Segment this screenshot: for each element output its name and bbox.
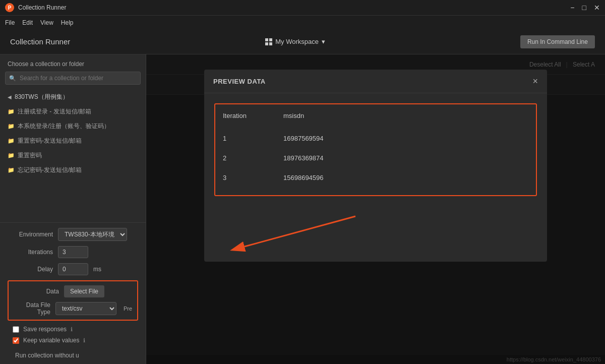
- arrow-svg: [214, 211, 366, 252]
- workspace-label: My Workspace: [275, 38, 319, 45]
- col-iteration: Iteration: [223, 112, 283, 129]
- preview-table: Iteration msisdn 1 16987569594: [223, 112, 528, 188]
- iterations-label: Iterations: [8, 249, 53, 256]
- folder-icon-4: 📁: [8, 152, 15, 159]
- row1-iteration: 1: [223, 129, 283, 148]
- preview-table-wrapper: Iteration msisdn 1 16987569594: [214, 103, 537, 196]
- modal-title: PREVIEW DATA: [213, 78, 266, 85]
- settings-area: Environment TWS830-本地环境 Iterations Delay…: [0, 222, 146, 364]
- search-box: 🔍: [5, 72, 141, 85]
- collection-folder-label-2: 本系统登录/注册（账号、验证码）: [18, 122, 110, 131]
- menu-bar: File Edit View Help: [0, 15, 605, 29]
- delay-label: Delay: [8, 266, 53, 273]
- modal-body: Iteration msisdn 1 16987569594: [204, 93, 547, 262]
- menu-help[interactable]: Help: [61, 19, 74, 26]
- close-button[interactable]: ✕: [594, 4, 600, 12]
- collection-folder-label-3: 重置密码-发送短信/邮箱: [18, 137, 82, 145]
- collection-folder-label-5: 忘记密码-发送短信/邮箱: [18, 166, 82, 174]
- save-responses-row: Save responses ℹ: [8, 326, 138, 333]
- folder-icon-2: 📁: [8, 123, 15, 130]
- environment-label: Environment: [8, 231, 53, 238]
- menu-view[interactable]: View: [40, 19, 53, 26]
- preview-data-modal: PREVIEW DATA × Iteration msisdn: [204, 70, 547, 262]
- iterations-input[interactable]: [58, 246, 88, 258]
- collection-folder-1[interactable]: 📁 注册或登录 - 发送短信/邮箱: [0, 104, 146, 119]
- folder-icon-5: 📁: [8, 167, 15, 173]
- iterations-row: Iterations: [8, 246, 138, 258]
- row2-iteration: 2: [223, 148, 283, 168]
- save-responses-label: Save responses: [23, 326, 67, 333]
- data-file-type-label: Data File Type: [14, 301, 50, 316]
- keep-variable-label: Keep variable values: [23, 337, 79, 344]
- table-row: 2 18976369874: [223, 148, 528, 168]
- app-header-title: Collection Runner: [10, 37, 70, 46]
- collection-root-item[interactable]: ◀ 830TWS（用例集）: [0, 90, 146, 104]
- app-icon: P: [5, 3, 14, 12]
- workspace-grid-icon: [265, 38, 272, 45]
- keep-variable-checkbox[interactable]: [13, 337, 19, 344]
- app-header: Collection Runner My Workspace ▾ Run In …: [0, 29, 605, 54]
- folder-icon-1: 📁: [8, 108, 15, 115]
- maximize-button[interactable]: □: [582, 4, 586, 12]
- run-command-line-button[interactable]: Run In Command Line: [520, 35, 595, 48]
- svg-line-1: [245, 216, 355, 247]
- search-input[interactable]: [5, 72, 141, 85]
- modal-close-button[interactable]: ×: [532, 77, 538, 86]
- collection-folder-2[interactable]: 📁 本系统登录/注册（账号、验证码）: [0, 119, 146, 134]
- collection-folder-5[interactable]: 📁 忘记密码-发送短信/邮箱: [0, 163, 146, 177]
- title-bar-left: P Collection Runner: [5, 3, 66, 12]
- row1-msisdn: 16987569594: [283, 129, 528, 148]
- collection-folder-label-4: 重置密码: [18, 151, 42, 160]
- content-area: Deselect All | Select A PREVIEW DATA ×: [146, 54, 605, 364]
- select-file-button[interactable]: Select File: [64, 285, 104, 297]
- col-msisdn: msisdn: [283, 112, 528, 129]
- keep-variable-info-icon[interactable]: ℹ: [83, 337, 85, 344]
- data-label: Data: [14, 288, 59, 295]
- workspace-dropdown-icon: ▾: [322, 38, 325, 45]
- save-responses-checkbox[interactable]: [13, 326, 19, 333]
- run-collection-label: Run collection without u: [15, 352, 79, 359]
- sidebar-header: Choose a collection or folder: [0, 54, 146, 72]
- row3-iteration: 3: [223, 168, 283, 188]
- menu-file[interactable]: File: [5, 19, 15, 26]
- collection-root-label: 830TWS（用例集）: [15, 93, 69, 101]
- minimize-button[interactable]: −: [570, 4, 574, 12]
- sidebar: Choose a collection or folder 🔍 ◀ 830TWS…: [0, 54, 146, 364]
- folder-icon-3: 📁: [8, 138, 15, 144]
- environment-row: Environment TWS830-本地环境: [8, 228, 138, 241]
- keep-variable-row: Keep variable values ℹ: [8, 337, 138, 344]
- arrow-annotation: [214, 211, 537, 252]
- menu-edit[interactable]: Edit: [22, 19, 33, 26]
- collection-folder-label-1: 注册或登录 - 发送短信/邮箱: [18, 107, 91, 116]
- data-file-type-select[interactable]: text/csv application/json: [55, 302, 116, 315]
- table-row: 1 16987569594: [223, 129, 528, 148]
- title-bar: P Collection Runner − □ ✕: [0, 0, 605, 15]
- modal-header: PREVIEW DATA ×: [204, 70, 547, 93]
- collection-folder-3[interactable]: 📁 重置密码-发送短信/邮箱: [0, 134, 146, 148]
- title-bar-text: Collection Runner: [18, 4, 66, 11]
- choose-collection-label: Choose a collection or folder: [8, 60, 84, 68]
- data-row: Data Select File: [14, 285, 132, 297]
- save-responses-info-icon[interactable]: ℹ: [71, 326, 73, 333]
- delay-unit: ms: [93, 266, 101, 273]
- delay-row: Delay ms: [8, 263, 138, 275]
- modal-overlay: PREVIEW DATA × Iteration msisdn: [146, 54, 605, 364]
- main-layout: Choose a collection or folder 🔍 ◀ 830TWS…: [0, 54, 605, 364]
- data-section: Data Select File Data File Type text/csv…: [8, 280, 138, 321]
- collection-folder-4[interactable]: 📁 重置密码: [0, 148, 146, 163]
- row3-msisdn: 15698694596: [283, 168, 528, 188]
- delay-input[interactable]: [58, 263, 88, 275]
- preview-label: Pre: [124, 306, 132, 312]
- data-file-type-row: Data File Type text/csv application/json…: [14, 301, 132, 316]
- workspace-button[interactable]: My Workspace ▾: [265, 38, 325, 45]
- search-icon: 🔍: [9, 75, 16, 82]
- expand-icon: ◀: [8, 94, 12, 100]
- run-collection-without-row: Run collection without u: [8, 348, 138, 359]
- window-controls: − □ ✕: [570, 4, 600, 12]
- table-row: 3 15698694596: [223, 168, 528, 188]
- row2-msisdn: 18976369874: [283, 148, 528, 168]
- environment-select[interactable]: TWS830-本地环境: [58, 228, 127, 241]
